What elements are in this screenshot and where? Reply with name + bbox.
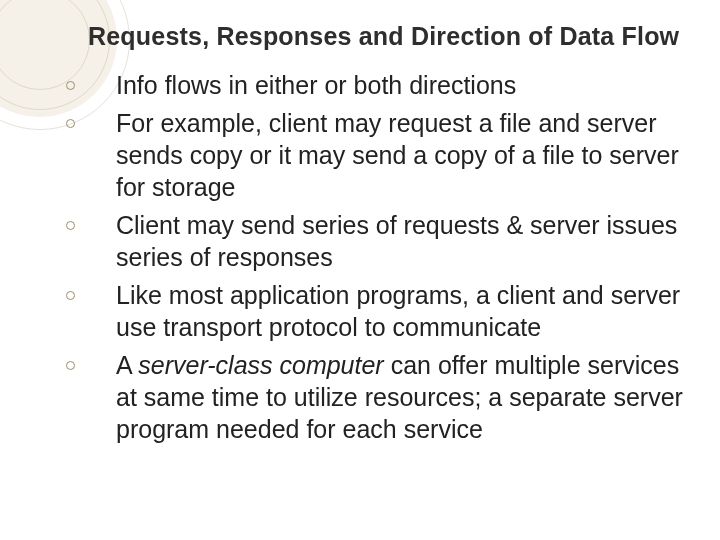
list-item: A server-class computer can offer multip… bbox=[48, 349, 702, 445]
bullet-text: Info flows in either or both directions bbox=[116, 71, 516, 99]
list-item: For example, client may request a file a… bbox=[48, 107, 702, 203]
bullet-text: For example, client may request a file a… bbox=[116, 109, 679, 201]
list-item: Like most application programs, a client… bbox=[48, 279, 702, 343]
list-item: Client may send series of requests & ser… bbox=[48, 209, 702, 273]
slide-container: Requests, Responses and Direction of Dat… bbox=[0, 0, 720, 540]
bullet-text-prefix: A bbox=[116, 351, 138, 379]
slide-title: Requests, Responses and Direction of Dat… bbox=[88, 22, 708, 51]
list-item: Info flows in either or both directions bbox=[48, 69, 702, 101]
bullet-text: Like most application programs, a client… bbox=[116, 281, 680, 341]
bullet-text-italic: server-class computer bbox=[138, 351, 383, 379]
bullet-text: Client may send series of requests & ser… bbox=[116, 211, 677, 271]
bullet-list: Info flows in either or both directions … bbox=[48, 69, 702, 445]
